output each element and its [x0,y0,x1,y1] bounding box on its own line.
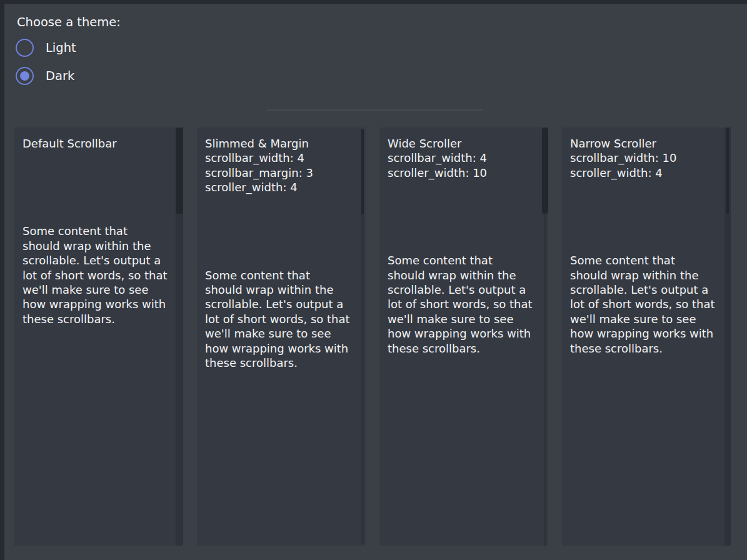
radio-dot [20,71,29,81]
radio-button-light-icon[interactable] [16,39,34,57]
panel-title: Default Scrollbar [23,136,168,151]
vertical-scrollbar[interactable] [542,128,548,546]
panel-params: scrollbar_width: 10 scroller_width: 4 [570,151,716,180]
panel-title: Slimmed & Margin [205,136,351,151]
panel-narrow-scroller[interactable]: Narrow Scroller scrollbar_width: 10 scro… [562,128,731,546]
vertical-scrollbar[interactable] [361,129,364,544]
app-window: Choose a theme: Light Dark Default Scrol… [0,0,747,560]
scrollbar-thumb[interactable] [726,128,729,214]
panel-content: Some content that should wrap within the… [23,224,168,326]
scrollbar-demo-columns: Default Scrollbar Some content that shou… [14,128,731,546]
scrollbar-thumb[interactable] [361,129,364,214]
panel-title: Wide Scroller [388,136,533,151]
vertical-scrollbar[interactable] [176,128,183,546]
panel-content: Some content that should wrap within the… [388,253,533,356]
panel-content: Some content that should wrap within the… [205,268,351,371]
scrollbar-thumb[interactable] [542,128,548,214]
scrollbar-thumb[interactable] [176,128,183,214]
panel-wide-scroller[interactable]: Wide Scroller scrollbar_width: 4 scrolle… [379,128,548,546]
panel-slimmed-margin[interactable]: Slimmed & Margin scrollbar_width: 4 scro… [197,128,366,546]
vertical-scrollbar[interactable] [724,128,731,546]
panel-title: Narrow Scroller [570,136,716,151]
radio-label-dark[interactable]: Dark [46,69,74,83]
radio-option-light[interactable]: Light [16,38,76,57]
horizontal-rule [267,109,483,111]
panel-default-scrollbar[interactable]: Default Scrollbar Some content that shou… [14,128,183,546]
panel-params: scrollbar_width: 4 scroller_width: 10 [388,151,533,180]
panel-params: scrollbar_width: 4 scrollbar_margin: 3 s… [205,151,351,194]
radio-dot [20,43,29,52]
radio-label-light[interactable]: Light [46,41,76,55]
radio-button-dark-icon[interactable] [16,67,34,85]
panel-content: Some content that should wrap within the… [570,253,716,356]
theme-chooser-title: Choose a theme: [17,15,121,29]
radio-option-dark[interactable]: Dark [16,66,74,85]
